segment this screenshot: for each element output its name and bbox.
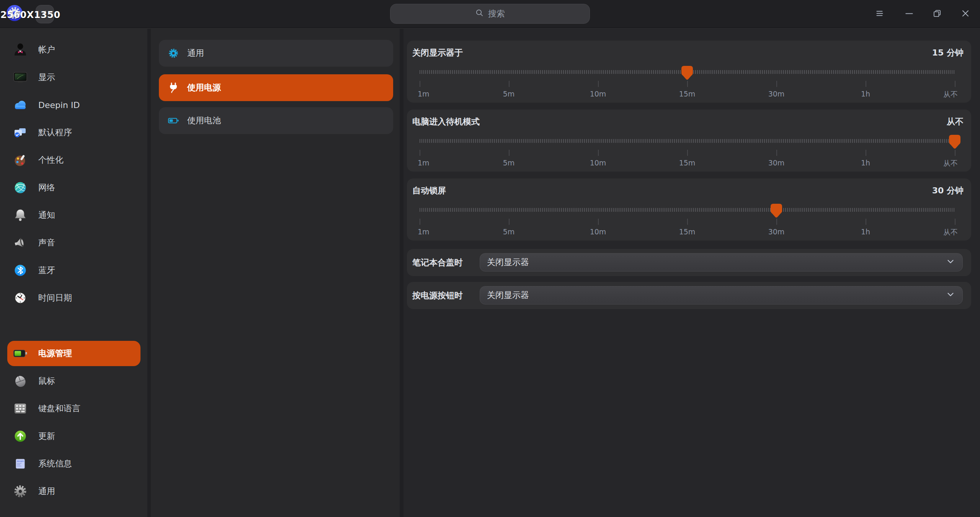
sidebar-item-label: 鼠标 xyxy=(38,375,55,387)
panel-divider xyxy=(400,29,403,517)
sidebar-item-system-info[interactable]: deepin 系统信息 xyxy=(7,451,140,476)
setting-title: 笔记本合盖时 xyxy=(412,257,463,268)
keyboard-icon xyxy=(13,401,28,416)
scale-label: 从不 xyxy=(943,227,958,237)
sidebar-item-keyboard-language[interactable]: 键盘和语言 xyxy=(7,396,140,421)
auto-lock-card: 自动锁屏 30 分钟 1m 5m 10m 15m 30m 1h 从不 xyxy=(407,178,971,241)
nav-item-label: 通用 xyxy=(187,47,204,59)
battery-icon xyxy=(13,346,28,361)
sidebar-item-display[interactable]: 显示 xyxy=(7,65,140,90)
scale-label: 15m xyxy=(679,90,696,98)
gear-icon xyxy=(168,47,179,59)
scale-label: 10m xyxy=(590,90,606,98)
menu-button[interactable] xyxy=(871,6,888,23)
sidebar-item-time-date[interactable]: 时间日期 xyxy=(7,285,140,311)
slider-handle[interactable] xyxy=(681,65,693,80)
search-icon xyxy=(475,8,484,20)
restore-icon xyxy=(932,8,942,20)
scale-label: 30m xyxy=(768,159,785,167)
lid-close-row: 笔记本合盖时 关闭显示器 xyxy=(407,249,971,276)
display-icon xyxy=(13,70,28,85)
personalization-icon xyxy=(13,152,28,168)
control-center-window: 2560X1350 搜索 xyxy=(0,0,980,517)
turn-off-display-card: 关闭显示器于 15 分钟 1m 5m 10m 15m 30m 1h 从不 xyxy=(407,41,971,103)
scale-label: 30m xyxy=(768,90,785,98)
sidebar-item-label: 更新 xyxy=(38,430,55,442)
scale-label: 10m xyxy=(590,159,606,167)
clock-icon xyxy=(13,290,28,306)
search-input[interactable]: 搜索 xyxy=(390,4,590,24)
nav-item-on-power[interactable]: 使用电源 xyxy=(159,74,393,101)
slider-track[interactable] xyxy=(420,139,955,143)
speaker-icon xyxy=(13,235,28,250)
setting-title: 按电源按钮时 xyxy=(412,290,463,301)
close-icon xyxy=(960,8,970,20)
slider-handle[interactable] xyxy=(949,134,961,149)
hamburger-menu-icon xyxy=(875,8,885,20)
scale-label: 5m xyxy=(503,227,515,236)
scale-label: 15m xyxy=(679,227,696,236)
sidebar-item-power-management[interactable]: 电源管理 xyxy=(7,341,140,366)
gear-icon xyxy=(13,484,28,499)
sidebar-item-updates[interactable]: 更新 xyxy=(7,424,140,449)
scale-label: 1h xyxy=(861,90,870,98)
sidebar-item-label: Deepin ID xyxy=(38,100,80,110)
titlebar: 2560X1350 搜索 xyxy=(0,0,980,28)
sidebar-item-label: 系统信息 xyxy=(38,458,72,470)
sidebar-item-label: 声音 xyxy=(38,237,55,249)
search-placeholder: 搜索 xyxy=(488,8,505,20)
selected-option: 关闭显示器 xyxy=(487,257,946,268)
slider-track[interactable] xyxy=(420,208,955,212)
scale-label: 30m xyxy=(768,227,785,236)
sidebar-item-label: 时间日期 xyxy=(38,292,72,304)
sidebar-item-label: 蓝牙 xyxy=(38,265,55,276)
mouse-icon xyxy=(13,373,28,389)
close-button[interactable] xyxy=(957,6,974,23)
accounts-icon xyxy=(13,42,28,57)
bluetooth-icon xyxy=(13,263,28,278)
sidebar-item-accounts[interactable]: 帐户 xyxy=(7,37,140,62)
sidebar-item-mouse[interactable]: 鼠标 xyxy=(7,368,140,394)
sidebar-item-network[interactable]: 网络 xyxy=(7,175,140,200)
scale-label: 1h xyxy=(861,159,870,167)
lid-close-select[interactable]: 关闭显示器 xyxy=(480,253,963,272)
scale-label: 5m xyxy=(503,159,515,167)
panel-divider xyxy=(147,29,151,517)
sidebar-item-label: 网络 xyxy=(38,182,55,193)
power-nav-panel: 通用 使用电源 使用电池 xyxy=(151,29,400,517)
sidebar-item-label: 电源管理 xyxy=(38,348,72,359)
notification-bell-icon xyxy=(13,208,28,223)
sidebar-item-sound[interactable]: 声音 xyxy=(7,230,140,255)
nav-item-general[interactable]: 通用 xyxy=(159,40,393,67)
sidebar-item-label: 帐户 xyxy=(38,44,55,56)
scale-label: 1m xyxy=(418,227,430,236)
power-button-select[interactable]: 关闭显示器 xyxy=(480,286,963,304)
sidebar-item-notification[interactable]: 通知 xyxy=(7,203,140,228)
restore-button[interactable] xyxy=(929,6,946,23)
nav-item-on-battery[interactable]: 使用电池 xyxy=(159,107,393,134)
sidebar-item-general[interactable]: 通用 xyxy=(7,479,140,504)
sidebar-item-bluetooth[interactable]: 蓝牙 xyxy=(7,258,140,283)
sidebar-item-default-apps[interactable]: 默认程序 xyxy=(7,120,140,145)
update-arrow-icon xyxy=(13,429,28,444)
cloud-icon xyxy=(13,97,28,113)
minimize-button[interactable] xyxy=(901,6,918,23)
scale-label: 1m xyxy=(418,159,430,167)
minimize-icon xyxy=(904,8,914,20)
power-settings-content: 关闭显示器于 15 分钟 1m 5m 10m 15m 30m 1h 从不 xyxy=(403,29,980,517)
scale-label: 从不 xyxy=(943,159,958,169)
resolution-overlay: 2560X1350 xyxy=(0,10,60,20)
default-apps-icon xyxy=(13,125,28,140)
sidebar-item-personalization[interactable]: 个性化 xyxy=(7,147,140,173)
svg-text:deepin: deepin xyxy=(17,460,24,463)
scale-label: 5m xyxy=(503,90,515,98)
slider-handle[interactable] xyxy=(770,203,782,218)
suspend-card: 电脑进入待机模式 从不 1m 5m 10m 15m 30m 1h 从不 xyxy=(407,110,971,172)
scale-label: 15m xyxy=(679,159,696,167)
scale-label: 从不 xyxy=(943,90,958,100)
scale-label: 10m xyxy=(590,227,606,236)
sidebar-item-deepin-id[interactable]: Deepin ID xyxy=(7,92,140,118)
power-button-row: 按电源按钮时 关闭显示器 xyxy=(407,282,971,309)
sidebar-item-label: 默认程序 xyxy=(38,127,72,138)
scale-label: 1m xyxy=(418,90,430,98)
